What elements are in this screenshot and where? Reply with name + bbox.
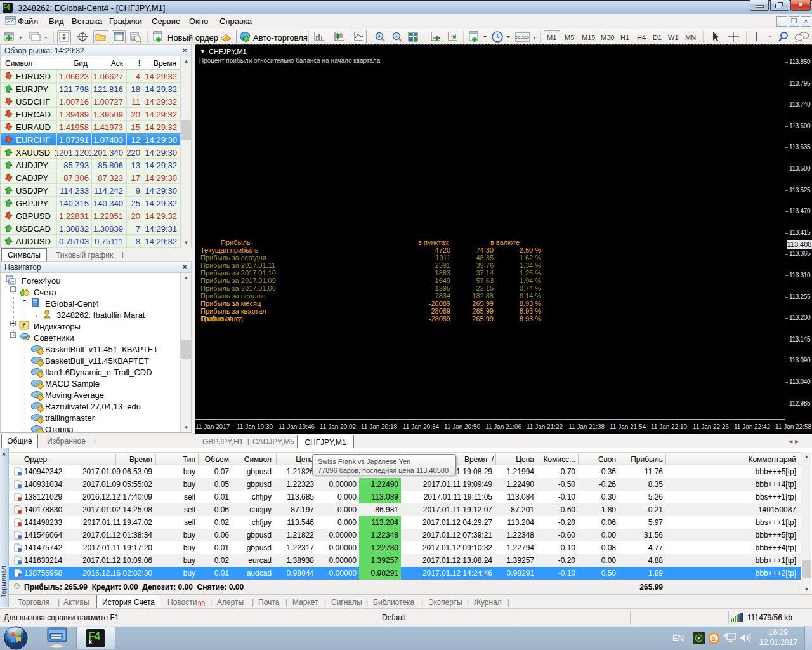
svg-text:a: a	[712, 635, 716, 642]
svg-text:vx: vx	[10, 280, 15, 284]
